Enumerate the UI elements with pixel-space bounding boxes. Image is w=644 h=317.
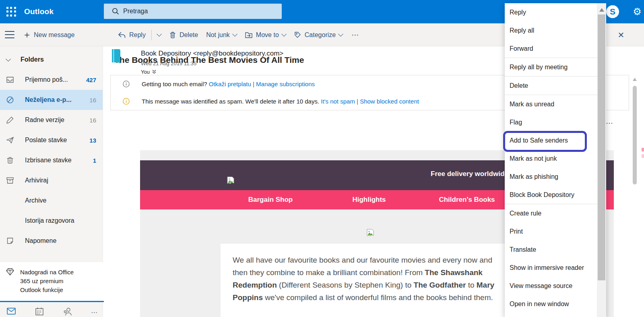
nav-bargain-shop[interactable]: Bargain Shop [248, 196, 293, 204]
scroll-marker [642, 148, 644, 151]
broken-image-icon [366, 229, 374, 238]
people-module-icon[interactable] [63, 307, 72, 317]
note-icon [6, 236, 14, 245]
message-more-actions[interactable]: ⋯ [606, 119, 614, 128]
sidebar-item-inbox[interactable]: Prijemno poš... 427 [0, 70, 103, 90]
inbox-icon [6, 75, 14, 84]
menu-item-view-message-source[interactable]: View message source [505, 277, 597, 295]
module-switcher: ⋯ [0, 303, 103, 317]
pencil-icon [6, 116, 14, 124]
menu-item-reply-all[interactable]: Reply all [505, 21, 597, 39]
unread-count: 427 [86, 77, 96, 83]
upgrade-banner[interactable]: Nadogradi na Office 365 uz premium Outlo… [0, 262, 103, 302]
chevron-down-icon [157, 31, 162, 37]
archive-icon [6, 176, 14, 185]
calendar-module-icon[interactable] [35, 307, 44, 317]
broken-image-icon [227, 176, 235, 186]
divider [151, 30, 152, 40]
email-content-box: We all have our favourite books and our … [221, 244, 539, 317]
infobar-spam-text: This message was identified as spam. We'… [142, 98, 419, 105]
unsubscribe-link[interactable]: Otkaži pretplatu [209, 81, 251, 87]
hamburger-menu-icon[interactable] [5, 31, 14, 38]
sidebar-item-deleted[interactable]: Izbrisane stavke 1 [0, 150, 103, 170]
warning-info-icon [123, 98, 130, 105]
reply-button[interactable]: Reply [114, 23, 150, 46]
more-modules-button[interactable]: ⋯ [91, 309, 98, 317]
menu-item-open-in-new-window[interactable]: Open in new window [505, 295, 597, 313]
menu-item-block-sender[interactable]: Block Book Depository [505, 186, 597, 204]
scroll-up-arrow[interactable] [633, 78, 637, 81]
plus-icon: + [24, 31, 30, 39]
toolbar-more-button[interactable]: ⋯ [347, 31, 364, 39]
delete-button[interactable]: Delete [165, 23, 202, 46]
menu-item-print[interactable]: Print [505, 222, 597, 240]
menu-item-mark-as-phishing[interactable]: Mark as phishing [505, 168, 597, 186]
menu-item-delete[interactable]: Delete [505, 77, 597, 95]
reply-dropdown[interactable] [153, 23, 165, 46]
search-icon [112, 8, 119, 15]
settings-gear-icon[interactable]: ⚙ [631, 5, 644, 18]
move-to-button[interactable]: Move to [241, 23, 290, 46]
context-menu-scrollbar[interactable] [597, 3, 606, 317]
sidebar-item-notes[interactable]: Napomene [0, 231, 103, 251]
chevron-down-icon [281, 31, 287, 37]
manage-subscriptions-link[interactable]: Manage subscriptions [256, 81, 315, 87]
menu-item-create-rule[interactable]: Create rule [505, 204, 597, 222]
infobar-subscription-text: Getting too much email? Otkaži pretplatu… [142, 81, 315, 87]
sidebar-item-junk[interactable]: Neželjena e-p... 16 [0, 90, 103, 110]
app-launcher-icon[interactable] [5, 6, 17, 18]
sidebar-item-archive-en[interactable]: Archive [0, 191, 103, 211]
sidebar-item-sent[interactable]: Poslate stavke 13 [0, 130, 103, 150]
info-icon [123, 81, 130, 87]
search-input[interactable] [123, 8, 256, 15]
sidebar-item-conversation-history[interactable]: Istorija razgovora [0, 211, 103, 231]
chevron-down-icon [338, 31, 343, 37]
menu-item-forward[interactable]: Forward [505, 39, 597, 58]
reply-icon [118, 31, 126, 39]
menu-item-reply[interactable]: Reply [505, 3, 597, 21]
scroll-marker [642, 154, 644, 158]
message-context-menu: Reply Reply all Forward Reply all by mee… [505, 3, 606, 317]
menu-item-show-in-immersive-reader[interactable]: Show in immersive reader [505, 259, 597, 277]
chevron-down-icon [6, 56, 11, 62]
show-blocked-content-link[interactable]: Show blocked content [360, 98, 419, 105]
item-count: 1 [93, 157, 96, 164]
trash-icon [169, 31, 176, 39]
skype-icon[interactable]: S [606, 5, 619, 18]
move-to-folder-icon [245, 31, 253, 39]
scroll-up-arrow[interactable] [599, 8, 604, 12]
blocked-icon [6, 95, 14, 104]
upgrade-text: Nadogradi na Office 365 uz premium Outlo… [20, 268, 85, 302]
email-paragraph: We all have our favourite books and our … [233, 254, 500, 304]
divider [0, 301, 104, 302]
sender-name[interactable]: Book Depository <reply@bookdepository.co… [141, 50, 283, 58]
sidebar-item-drafts[interactable]: Radne verzije 16 [0, 110, 103, 130]
item-count: 16 [89, 117, 96, 124]
menu-item-mark-as-unread[interactable]: Mark as unread [505, 95, 597, 113]
menu-item-flag[interactable]: Flag [505, 113, 597, 131]
menu-item-translate[interactable]: Translate [505, 240, 597, 259]
folders-header[interactable]: Folders [6, 56, 103, 63]
nav-highlights[interactable]: Highlights [352, 196, 386, 204]
not-junk-button[interactable]: Not junk [202, 23, 241, 46]
categorize-button[interactable]: Categorize [290, 23, 347, 46]
reading-pane-scrollbar[interactable] [633, 86, 637, 184]
menu-item-reply-all-by-meeting[interactable]: Reply all by meeting [505, 58, 597, 76]
nav-childrens-books[interactable]: Children's Books [439, 196, 495, 204]
mail-module-icon[interactable] [6, 307, 16, 317]
recipient-expander[interactable]: You [141, 69, 156, 75]
search-bar[interactable] [104, 4, 282, 19]
menu-item-mark-as-not-junk[interactable]: Mark as not junk [505, 149, 597, 168]
item-count: 13 [89, 137, 96, 144]
menu-item-add-to-safe-senders[interactable]: Add to Safe senders [505, 131, 597, 149]
folder-sidebar: Folders Prijemno poš... 427 Neželjena e-… [0, 46, 103, 317]
close-icon[interactable]: ✕ [616, 30, 626, 40]
trash-icon [6, 156, 14, 165]
scrollbar-thumb[interactable] [598, 15, 605, 280]
new-message-button[interactable]: + New message [24, 31, 74, 39]
outlook-window: The Books Behind The Best Movies Of All … [0, 0, 644, 317]
not-spam-link[interactable]: It's not spam [321, 98, 355, 105]
sidebar-item-archive-sr[interactable]: Arhiviraj [0, 170, 103, 191]
sender-avatar-book-icon [110, 49, 122, 64]
diamond-icon [6, 268, 14, 276]
